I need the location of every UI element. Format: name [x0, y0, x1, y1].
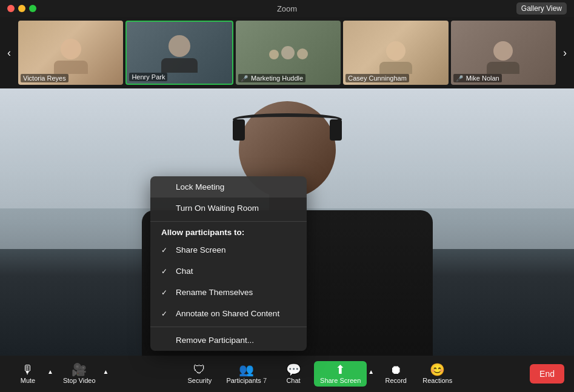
reactions-icon: 😊 [430, 364, 445, 376]
gallery-prev-button[interactable]: ‹ [0, 17, 18, 88]
share-screen-button[interactable]: ⬆ Share Screen [314, 361, 367, 387]
participant-name-marketing: 🎤 Marketing Huddle [238, 74, 305, 82]
toolbar-left: 🎙 Mute ▲ 🎥 Stop Video ▲ [10, 361, 110, 387]
security-label: Security [188, 377, 212, 384]
participants-icon: 👥 [239, 364, 254, 376]
participants-label: Participants 7 [226, 377, 267, 384]
gallery-view-button[interactable]: Gallery View [516, 2, 567, 15]
share-screen-group: ⬆ Share Screen ▲ [314, 361, 375, 387]
muted-icon-mike: 🎤 [456, 75, 463, 82]
allow-section-label: Allow participants to: [150, 224, 307, 239]
share-arrow[interactable]: ▲ [367, 368, 375, 375]
record-button[interactable]: ⏺ Record [378, 361, 414, 387]
menu-divider-2 [150, 327, 307, 327]
mute-arrow[interactable]: ▲ [46, 368, 55, 375]
participant-name-casey: Casey Cunningham [345, 74, 409, 82]
stop-video-label: Stop Video [63, 377, 96, 384]
chat-button[interactable]: 💬 Chat [275, 361, 312, 387]
app-title: Zoom [277, 4, 297, 13]
checkmark-rename: ✓ [161, 288, 171, 297]
traffic-lights [7, 5, 36, 12]
mic-icon: 🎙 [22, 364, 34, 376]
end-button[interactable]: End [530, 364, 564, 384]
reactions-group: 😊 Reactions [416, 361, 458, 387]
gallery-item-henry[interactable]: Henry Park [125, 21, 233, 85]
maximize-button[interactable] [29, 5, 36, 12]
participant-name-henry: Henry Park [129, 73, 167, 81]
video-group: 🎥 Stop Video ▲ [57, 361, 110, 387]
record-icon: ⏺ [390, 364, 402, 376]
menu-item-share-screen[interactable]: ✓ Share Screen [150, 239, 307, 261]
security-dropdown: Lock Meeting Turn On Waiting Room Allow … [150, 176, 307, 351]
menu-divider-1 [150, 221, 307, 222]
close-button[interactable] [7, 5, 15, 12]
gallery-next-button[interactable]: › [556, 17, 574, 88]
reactions-button[interactable]: 😊 Reactions [416, 361, 458, 387]
chat-group: 💬 Chat [275, 361, 312, 387]
checkmark-share: ✓ [161, 246, 171, 254]
menu-item-rename[interactable]: ✓ Rename Themselves [150, 282, 307, 303]
mute-label: Mute [21, 377, 35, 384]
video-icon: 🎥 [72, 364, 87, 376]
minimize-button[interactable] [18, 5, 25, 12]
stop-video-button[interactable]: 🎥 Stop Video [57, 361, 102, 387]
muted-icon: 🎤 [241, 75, 248, 82]
menu-item-chat[interactable]: ✓ Chat [150, 261, 307, 282]
participants-button[interactable]: 👥 Participants 7 [220, 361, 273, 387]
toolbar-right: End [530, 364, 564, 384]
chat-icon: 💬 [286, 364, 301, 376]
gallery-item-mike[interactable]: 🎤 Mike Nolan [451, 21, 556, 85]
video-arrow[interactable]: ▲ [102, 368, 110, 375]
menu-item-waiting-room[interactable]: Turn On Waiting Room [150, 198, 307, 219]
toolbar-center: 🛡 Security 👥 Participants 7 💬 Chat ⬆ [110, 361, 530, 387]
checkmark-chat: ✓ [161, 267, 171, 276]
mute-button[interactable]: 🎙 Mute [10, 361, 46, 387]
participants-group: 👥 Participants 7 [220, 361, 273, 387]
toolbar: 🎙 Mute ▲ 🎥 Stop Video ▲ 🛡 Security 👥 [0, 356, 574, 392]
mute-group: 🎙 Mute ▲ [10, 361, 55, 387]
reactions-label: Reactions [422, 377, 452, 384]
chat-label: Chat [286, 377, 300, 384]
security-button[interactable]: 🛡 Security [181, 361, 218, 387]
title-bar: Zoom Gallery View [0, 0, 574, 17]
menu-item-remove-participant[interactable]: Remove Participant... [150, 330, 307, 351]
gallery-strip: ‹ Victoria Reyes Henry Park [0, 17, 574, 88]
gallery-items: Victoria Reyes Henry Park � [18, 17, 556, 88]
share-icon: ⬆ [335, 364, 345, 376]
share-screen-label: Share Screen [320, 377, 361, 384]
gallery-item-victoria[interactable]: Victoria Reyes [18, 21, 123, 85]
shield-icon: 🛡 [193, 364, 205, 376]
participant-name-mike: 🎤 Mike Nolan [453, 74, 502, 82]
gallery-item-marketing[interactable]: 🎤 Marketing Huddle [236, 21, 341, 85]
menu-item-lock-meeting[interactable]: Lock Meeting [150, 176, 307, 198]
participant-name-victoria: Victoria Reyes [21, 74, 68, 82]
menu-item-annotate[interactable]: ✓ Annotate on Shared Content [150, 303, 307, 324]
record-group: ⏺ Record [378, 361, 414, 387]
gallery-item-casey[interactable]: Casey Cunningham [343, 21, 448, 85]
security-group: 🛡 Security [181, 361, 218, 387]
record-label: Record [385, 377, 406, 384]
checkmark-annotate: ✓ [161, 310, 171, 318]
